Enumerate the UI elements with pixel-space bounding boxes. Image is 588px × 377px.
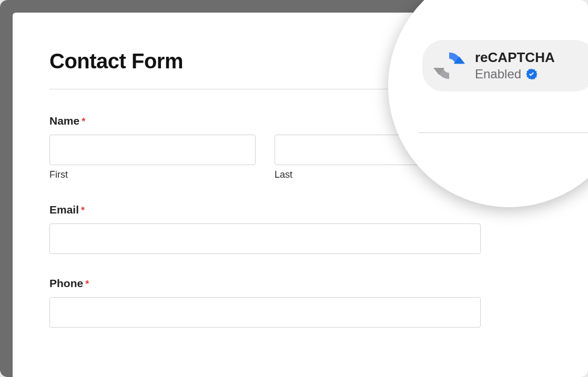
form-panel: Contact Form Name * First Last bbox=[13, 13, 588, 377]
first-name-wrapper: First bbox=[49, 135, 256, 180]
first-name-sublabel: First bbox=[49, 169, 256, 180]
recaptcha-title: reCAPTCHA bbox=[475, 49, 555, 66]
email-label: Email * bbox=[49, 203, 551, 216]
recaptcha-badge[interactable]: reCAPTCHA Enabled bbox=[422, 40, 588, 91]
window-frame: Contact Form Name * First Last bbox=[0, 0, 588, 377]
phone-label: Phone * bbox=[49, 277, 551, 290]
name-label-text: Name bbox=[49, 115, 79, 127]
email-field-group: Email * bbox=[49, 203, 551, 254]
required-marker: * bbox=[82, 116, 85, 127]
phone-label-text: Phone bbox=[49, 277, 83, 290]
required-marker: * bbox=[85, 279, 89, 290]
required-marker: * bbox=[81, 205, 85, 216]
phone-field-group: Phone * bbox=[49, 277, 551, 328]
first-name-input[interactable] bbox=[49, 135, 256, 165]
magnifier-divider bbox=[419, 133, 588, 133]
phone-input[interactable] bbox=[49, 297, 481, 328]
recaptcha-status: Enabled bbox=[475, 67, 521, 81]
email-label-text: Email bbox=[49, 203, 79, 216]
email-input[interactable] bbox=[49, 223, 481, 254]
verified-icon bbox=[525, 68, 538, 80]
recaptcha-icon bbox=[433, 49, 465, 82]
